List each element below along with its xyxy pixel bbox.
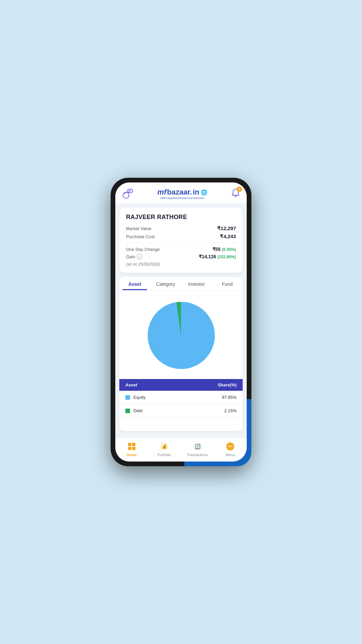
- support-button[interactable]: [121, 187, 134, 200]
- table-row: Equity 97.85%: [119, 391, 243, 404]
- tab-asset[interactable]: Asset: [119, 277, 150, 290]
- purchase-cost-label: Purchase Cost: [126, 234, 155, 239]
- chart-card: Asset Category Investor Fund: [119, 277, 243, 431]
- one-day-change-row: One Day Change ₹55 (0.45%): [126, 247, 236, 252]
- svg-rect-5: [132, 443, 135, 446]
- gain-info-icon[interactable]: i: [137, 254, 142, 259]
- tab-fund[interactable]: Fund: [212, 277, 243, 290]
- main-content: RAJVEER RATHORE Market Value ₹12,297 Pur…: [115, 204, 247, 438]
- gain-row: Gain i ₹14,126 (332.90%): [126, 254, 236, 259]
- logo-subtitle: (AMFI Registered Mutual Fund Distributor…: [160, 197, 204, 199]
- svg-rect-1: [128, 189, 132, 193]
- svg-text:🔄: 🔄: [194, 444, 200, 449]
- svg-point-14: [230, 446, 231, 447]
- pie-chart: [144, 299, 218, 372]
- as-on-date: (as on 25/06/2024): [126, 262, 236, 267]
- table-col2: Share(%): [218, 382, 237, 387]
- svg-point-15: [232, 446, 233, 447]
- app-logo: mf bazaar. in 🌐 (AMFI Registered Mutual …: [157, 188, 207, 199]
- one-day-change-label: One Day Change: [126, 247, 160, 252]
- market-value-row: Market Value ₹12,297: [126, 225, 236, 231]
- one-day-change-pct: (0.45%): [222, 247, 236, 252]
- portfolio-card: RAJVEER RATHORE Market Value ₹12,297 Pur…: [119, 208, 243, 273]
- tab-category[interactable]: Category: [150, 277, 181, 290]
- portfolio-icon: 💰: [159, 441, 169, 451]
- transactions-icon: 🔄: [192, 441, 202, 451]
- nav-menu[interactable]: Menu: [220, 441, 240, 457]
- menu-label: Menu: [226, 453, 235, 457]
- svg-rect-4: [128, 443, 131, 446]
- nav-transactions[interactable]: 🔄 Transactions: [187, 441, 208, 457]
- notification-bell[interactable]: 0: [231, 188, 241, 199]
- equity-color-dot: [125, 395, 130, 400]
- purchase-cost-row: Purchase Cost ₹4,243: [126, 233, 236, 239]
- nav-portfolio[interactable]: 💰 Portfolio: [154, 441, 174, 457]
- purchase-cost: ₹4,243: [220, 233, 236, 239]
- debt-share: 2.15%: [224, 408, 237, 413]
- asset-table: Asset Share(%) Equity 97.85% Debt: [119, 379, 243, 431]
- menu-icon: [225, 441, 235, 451]
- portfolio-label: Portfolio: [158, 453, 171, 457]
- one-day-change-value: ₹55: [213, 247, 221, 252]
- market-value: ₹12,297: [217, 225, 236, 231]
- bottom-navigation: Home 💰 Portfolio 🔄 Trans: [115, 438, 247, 462]
- transactions-label: Transactions: [187, 453, 208, 457]
- equity-label: Equity: [133, 395, 145, 400]
- debt-color-dot: [125, 409, 130, 413]
- gain-pct: (332.90%): [218, 255, 236, 259]
- home-label: Home: [126, 453, 137, 457]
- gain-value: ₹14,126: [199, 254, 216, 259]
- svg-rect-7: [132, 447, 135, 450]
- tab-bar: Asset Category Investor Fund: [119, 277, 243, 290]
- table-header: Asset Share(%): [119, 379, 243, 391]
- pie-chart-container: [119, 290, 243, 379]
- user-name: RAJVEER RATHORE: [126, 214, 236, 221]
- svg-text:💰: 💰: [162, 444, 168, 449]
- tab-investor[interactable]: Investor: [181, 277, 212, 290]
- svg-point-13: [228, 446, 230, 447]
- table-col1: Asset: [125, 382, 137, 387]
- nav-home[interactable]: Home: [122, 441, 142, 457]
- notification-badge: 0: [237, 186, 242, 192]
- home-icon: [127, 441, 137, 451]
- table-spacer: [119, 418, 243, 431]
- table-row: Debt 2.15%: [119, 404, 243, 418]
- gain-label: Gain i: [126, 254, 142, 259]
- debt-label: Debt: [133, 408, 142, 413]
- header: mf bazaar. in 🌐 (AMFI Registered Mutual …: [115, 182, 247, 204]
- divider: [126, 243, 236, 243]
- market-value-label: Market Value: [126, 226, 152, 231]
- equity-share: 97.85%: [222, 395, 237, 400]
- svg-rect-6: [128, 447, 131, 450]
